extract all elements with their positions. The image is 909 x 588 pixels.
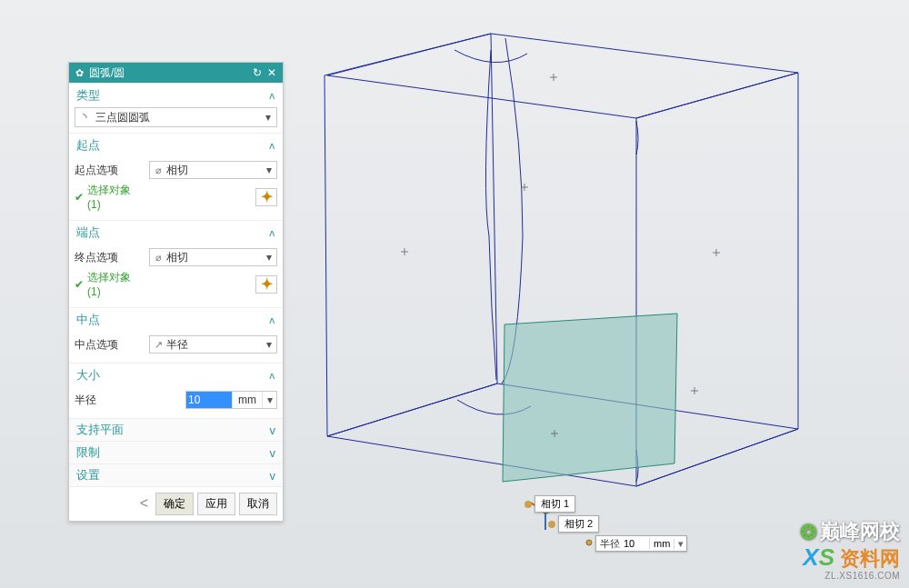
apply-button[interactable]: 应用: [197, 493, 235, 515]
panel-footer: < 确定 应用 取消: [69, 486, 283, 521]
arc-circle-panel: ✿ 圆弧/圆 ↻ ✕ 类型 ʌ ◝ 三点圆圆弧 ▾ 起点 ʌ 起点选项 ⌀ 相切…: [68, 62, 284, 522]
check-icon: ✔: [75, 278, 84, 291]
section-end-body: 终点选项 ⌀ 相切 ▾ ✔选择对象 (1) ✦: [69, 243, 283, 307]
unit-label: mm: [232, 392, 262, 408]
section-size-header[interactable]: 大小 ʌ: [69, 363, 283, 385]
mini-radius-input[interactable]: 半径 mm ▾: [595, 535, 687, 552]
section-support-plane[interactable]: 支持平面 v: [69, 418, 283, 441]
back-icon[interactable]: <: [136, 493, 152, 515]
panel-title: 圆弧/圆: [85, 65, 250, 81]
chevron-down-icon: ▾: [260, 111, 276, 124]
tag-label: 相切 1: [534, 495, 575, 513]
start-option-dropdown[interactable]: ⌀ 相切 ▾: [149, 161, 277, 179]
chevron-up-icon: ʌ: [269, 90, 275, 102]
section-settings[interactable]: 设置 v: [69, 463, 283, 486]
watermark: ❂巅峰网校 XS 资料网 ZL.XS1616.COM: [800, 518, 900, 581]
radius-field-label: 半径: [75, 393, 145, 408]
section-label: 大小: [76, 367, 100, 384]
tag-tangent-1[interactable]: 相切 1: [522, 495, 575, 513]
radius-icon: ↗: [150, 339, 166, 351]
chevron-down-icon: ▾: [262, 164, 276, 176]
pick-object-button[interactable]: ✦: [255, 188, 277, 206]
panel-header[interactable]: ✿ 圆弧/圆 ↻ ✕: [69, 63, 283, 83]
tag-tangent-2[interactable]: 相切 2: [545, 515, 599, 533]
dropdown-label: 三点圆圆弧: [94, 110, 260, 125]
tag-dot: [524, 501, 532, 508]
gear-icon: ✿: [73, 67, 85, 79]
logo-brand: 资料网: [840, 545, 900, 573]
mini-label: 半径: [596, 537, 624, 551]
start-option-label: 起点选项: [75, 163, 145, 178]
end-pick-status: ✔选择对象 (1): [75, 270, 145, 298]
mini-unit: mm: [649, 538, 674, 549]
ok-button[interactable]: 确定: [155, 493, 194, 515]
chevron-up-icon: ʌ: [269, 140, 275, 152]
svg-point-15: [586, 540, 592, 545]
section-size-body: 半径 mm ▾: [69, 385, 283, 418]
section-start-body: 起点选项 ⌀ 相切 ▾ ✔选择对象 (1) ✦: [69, 155, 283, 220]
pick-object-button[interactable]: ✦: [255, 275, 277, 294]
section-label: 起点: [76, 137, 100, 154]
section-type-body: ◝ 三点圆圆弧 ▾: [69, 105, 283, 133]
section-mid-body: 中点选项 ↗ 半径 ▾: [69, 330, 283, 363]
chevron-down-icon: ▾: [262, 251, 276, 264]
tangent-icon: ⌀: [150, 164, 166, 176]
end-option-label: 终点选项: [75, 250, 145, 265]
chevron-down-icon: v: [270, 424, 276, 437]
tag-dot: [548, 521, 555, 528]
mini-value[interactable]: [624, 538, 649, 549]
start-pick-status: ✔选择对象 (1): [75, 183, 145, 211]
section-limits[interactable]: 限制 v: [69, 441, 283, 463]
section-start-header[interactable]: 起点 ʌ: [69, 133, 283, 155]
section-label: 端点: [76, 224, 100, 241]
section-type-header[interactable]: 类型 ʌ: [69, 83, 283, 105]
type-dropdown[interactable]: ◝ 三点圆圆弧 ▾: [75, 107, 277, 127]
close-icon[interactable]: ✕: [265, 66, 279, 79]
logo-xs: XS: [803, 543, 834, 572]
arc-icon: ◝: [75, 111, 94, 124]
wechat-icon: ❂: [800, 521, 816, 543]
section-end-header[interactable]: 端点 ʌ: [69, 220, 283, 243]
chevron-up-icon: ʌ: [269, 314, 275, 326]
cancel-button[interactable]: 取消: [239, 493, 277, 515]
tangent-icon: ⌀: [150, 252, 166, 264]
section-mid-header[interactable]: 中点 ʌ: [69, 307, 283, 330]
chevron-down-icon: v: [270, 469, 276, 483]
chevron-down-icon: v: [270, 446, 276, 460]
chevron-up-icon: ʌ: [269, 227, 275, 239]
chevron-down-icon: ▾: [262, 338, 276, 351]
section-label: 类型: [76, 87, 100, 104]
radius-value[interactable]: [186, 392, 232, 408]
chevron-down-icon[interactable]: ▾: [674, 538, 686, 550]
refresh-icon[interactable]: ↻: [250, 66, 265, 79]
section-label: 中点: [76, 312, 100, 328]
watermark-url: ZL.XS1616.COM: [800, 571, 900, 581]
mid-option-dropdown[interactable]: ↗ 半径 ▾: [149, 335, 277, 354]
chevron-up-icon: ʌ: [269, 370, 275, 382]
check-icon: ✔: [75, 191, 84, 204]
end-option-dropdown[interactable]: ⌀ 相切 ▾: [149, 248, 277, 266]
radius-input[interactable]: mm ▾: [185, 391, 277, 409]
mid-option-label: 中点选项: [75, 337, 145, 353]
chevron-down-icon[interactable]: ▾: [262, 392, 276, 408]
tag-label: 相切 2: [558, 515, 599, 533]
